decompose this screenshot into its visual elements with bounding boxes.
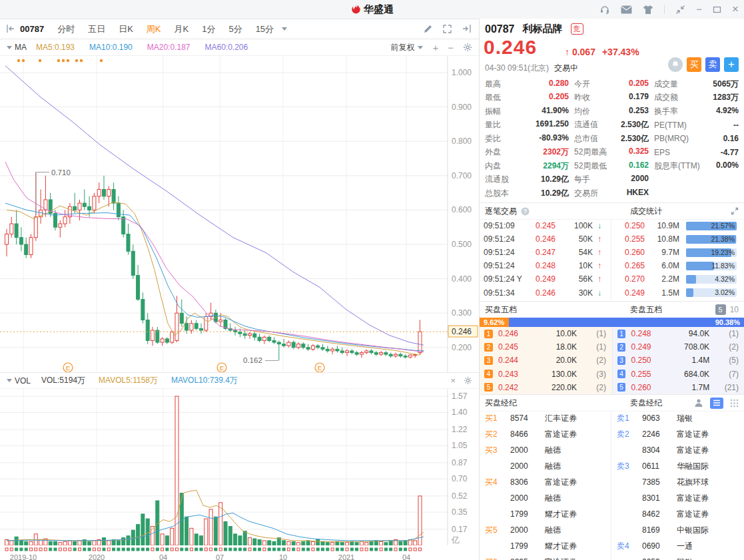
up-arrow-icon: ↑: [593, 248, 606, 257]
stats-row: 内盘2294万52周最低0.162股息率(TTM)0.00%: [480, 159, 744, 173]
bid-ratio-segment: 9.62%: [480, 318, 509, 327]
broker-list-view-icon[interactable]: [710, 398, 723, 409]
svg-text:0.500: 0.500: [452, 240, 472, 249]
date-tick: 2019-10: [10, 553, 37, 560]
broker-holder-person-icon[interactable]: [694, 398, 703, 408]
market-state: 交易中: [554, 63, 578, 74]
close-button[interactable]: ×: [732, 0, 739, 19]
buy-button[interactable]: 买: [687, 57, 701, 72]
adjust-mode-dropdown[interactable]: 前复权: [390, 42, 423, 53]
svg-text:0.700: 0.700: [452, 171, 472, 180]
up-arrow-icon: ↑: [593, 274, 606, 284]
order-book-row[interactable]: 10.24894.0K(1): [613, 327, 744, 340]
volume-chart[interactable]: 1.571.401.221.050.870.700.520.350.17亿: [0, 389, 479, 545]
broker-row: 8462富途证券: [611, 506, 743, 522]
order-book-row[interactable]: 20.249708.0K(2): [613, 340, 744, 354]
minimize-button[interactable]: −: [696, 0, 702, 19]
tick-trade-row: 09:51:240.24650K↑: [480, 232, 611, 246]
ma-legend-item: MA60:0.206: [204, 43, 248, 52]
help-icon[interactable]: ?: [521, 207, 530, 216]
trade-stat-row: 0.2656.0M11.83%: [611, 259, 743, 272]
volume-settings-gear-icon[interactable]: [464, 376, 472, 385]
trade-stat-row: 0.25510.8M21.38%: [611, 232, 743, 246]
levels-section-header: 买盘五档 卖盘五档 5 10: [480, 301, 744, 318]
mail-icon[interactable]: [621, 5, 632, 14]
svg-text:0.200: 0.200: [452, 343, 472, 352]
tab-周K[interactable]: 周K: [140, 19, 168, 39]
broker-row: 2000融德: [480, 458, 611, 474]
add-watchlist-button[interactable]: +: [724, 57, 739, 72]
tick-trades-panel: 09:51:090.245100K↓09:51:240.24650K↑09:51…: [480, 219, 744, 300]
svg-text:E: E: [318, 364, 322, 372]
order-book-row[interactable]: 50.2601.7M(21): [613, 381, 744, 394]
more-periods-dropdown-icon[interactable]: [282, 27, 287, 31]
levels-10-toggle[interactable]: 10: [730, 305, 739, 314]
order-book-row[interactable]: 40.243130.0K(3): [480, 368, 612, 381]
broker-row: 买32000融德: [480, 442, 611, 458]
stats-row: 外盘2302万52周最高0.325EPS-4.77: [480, 146, 744, 160]
tab-月K[interactable]: 月K: [168, 19, 196, 39]
svg-text:0.17: 0.17: [452, 525, 468, 534]
zoom-in-icon[interactable]: +: [432, 42, 438, 53]
order-book-row[interactable]: 40.255684.0K(7): [613, 368, 744, 381]
date-tick: 2021: [338, 553, 354, 560]
vol-legend-item: MAVOL10:739.4万: [171, 375, 238, 386]
period-tabbar: 00787 分时五日日K周K月K1分5分15分: [0, 19, 479, 39]
broker-row: 卖22246富途证券: [611, 426, 743, 442]
ask-levels-title: 卖盘五档: [630, 304, 662, 316]
broker-row: 买68205富途证券: [480, 554, 611, 560]
open-panel-icon[interactable]: [462, 24, 472, 33]
order-book-row[interactable]: 10.24610.0K(1): [480, 327, 612, 340]
service-headset-icon[interactable]: [599, 4, 610, 15]
broker-row: 卖19063瑞银: [611, 410, 743, 426]
broker-row: 买28466富途证券: [480, 426, 611, 442]
broker-queue: 买18574汇丰证券买28466富途证券买32000融德2000融德买48306…: [480, 410, 744, 560]
stats-row: 最低0.205昨收0.179成交额1283万: [480, 91, 744, 105]
levels-5-toggle[interactable]: 5: [715, 304, 726, 315]
broker-grid-view-icon[interactable]: [730, 399, 739, 408]
expand-section-icon[interactable]: [731, 207, 739, 215]
trade-stat-row: 0.2702.2M4.32%: [611, 272, 743, 286]
zoom-out-icon[interactable]: −: [448, 42, 454, 53]
kline-chart[interactable]: 1.0000.9000.8000.7000.6000.5000.4000.300…: [0, 56, 479, 372]
fullscreen-icon[interactable]: [442, 24, 452, 34]
sell-button[interactable]: 卖: [705, 57, 720, 72]
svg-text:?: ?: [524, 208, 527, 214]
stats-row: 量比1691.250流通值2.530亿PE(TTM)--: [480, 119, 744, 133]
edit-pencil-icon[interactable]: [423, 24, 433, 34]
collapse-left-panel-icon[interactable]: [5, 24, 16, 33]
tab-五日[interactable]: 五日: [81, 19, 112, 39]
order-book-row[interactable]: 30.24420.0K(2): [480, 354, 612, 367]
shrink-icon[interactable]: [675, 5, 685, 15]
date-tick: 10: [279, 553, 287, 560]
tab-日K[interactable]: 日K: [112, 19, 140, 39]
vol-values: VOL:5194万MAVOL5:1158万MAVOL10:739.4万: [41, 375, 251, 386]
tab-15分[interactable]: 15分: [249, 19, 280, 39]
stats-row: 委比-80.93%总市值2.530亿PB(MRQ)0.16: [480, 132, 744, 146]
tab-1分[interactable]: 1分: [195, 19, 222, 39]
trade-stats-title: 成交统计: [630, 206, 662, 217]
date-tick: 2020: [89, 553, 105, 560]
broker-row: 8304富途证券: [611, 442, 743, 458]
svg-text:1.40: 1.40: [452, 408, 468, 417]
tick-section-header: 逐笔交易 ? 成交统计: [480, 202, 744, 220]
close-volume-pane-icon[interactable]: ×: [450, 376, 456, 386]
order-book-row[interactable]: 50.242220.0K(2): [480, 381, 612, 394]
svg-text:0.400: 0.400: [452, 274, 472, 284]
svg-text:0.800: 0.800: [452, 137, 472, 146]
broker-row: 0053瑞银: [611, 554, 743, 560]
tab-分时[interactable]: 分时: [51, 19, 81, 39]
price-alert-bell-button[interactable]: [668, 57, 683, 72]
vol-indicator-toggle[interactable]: VOL: [5, 376, 31, 386]
ma-indicator-toggle[interactable]: MA: [5, 43, 27, 52]
order-book-row[interactable]: 30.2501.4M(5): [613, 354, 744, 367]
maximize-button[interactable]: [713, 5, 721, 14]
tab-5分[interactable]: 5分: [222, 19, 248, 39]
chart-settings-gear-icon[interactable]: [463, 43, 472, 52]
trade-stat-row: 0.2609.7M19.23%: [611, 246, 743, 259]
broker-row: 1799耀才证券: [480, 506, 611, 522]
stats-row: 振幅41.90%均价0.253换手率4.92%: [480, 105, 744, 119]
order-book-row[interactable]: 20.24518.0K(1): [480, 340, 612, 354]
tick-trades-title: 逐笔交易: [480, 206, 517, 217]
skin-shirt-icon[interactable]: [643, 5, 653, 15]
